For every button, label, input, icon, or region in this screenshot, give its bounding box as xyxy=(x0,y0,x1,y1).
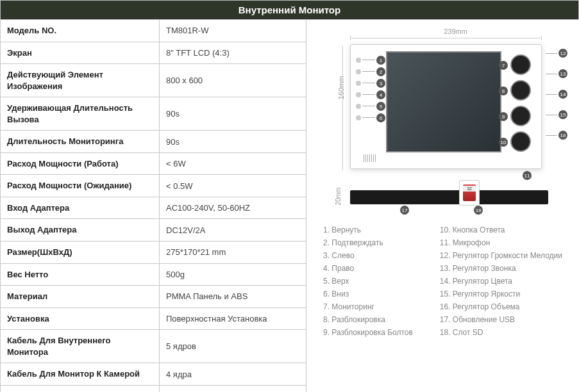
callout-3: 3 xyxy=(376,79,385,88)
nav-button: 3 xyxy=(356,81,361,86)
speaker-grille xyxy=(364,154,376,162)
spec-label: Действующий Элемент Изображения xyxy=(1,64,160,97)
spec-row: Кабель Для Внутреннего Монитора5 ядров xyxy=(1,330,306,363)
action-button: 9 xyxy=(510,106,531,126)
spec-value: Макс 32GB SD Карта xyxy=(160,386,306,392)
legend-col-2: 10. Кнопка Ответа11. Микрофон12. Регулят… xyxy=(440,224,562,339)
spec-value: AC100-240V, 50-60HZ xyxy=(160,197,306,219)
specs-table: Модель NO.TM801R-WЭкран8" TFT LCD (4:3)Д… xyxy=(0,20,306,392)
legend-item: 4. Право xyxy=(323,262,421,275)
sd-card-inner xyxy=(463,184,476,201)
bottom-bar xyxy=(350,190,548,204)
spec-label: Поддержает SD Карту xyxy=(1,386,160,392)
spec-label: Модель NO. xyxy=(1,20,160,42)
legend-item: 16. Регулятор Объема xyxy=(440,300,562,313)
side-control: 13 xyxy=(546,69,567,78)
legend-item: 13. Регулятор Звонка xyxy=(440,262,562,275)
dimension-depth: 20mm xyxy=(335,188,342,206)
legend-item: 11. Микрофон xyxy=(440,236,562,249)
nav-button: 1 xyxy=(356,58,361,63)
legend-item: 5. Верх xyxy=(323,275,421,288)
spec-value: < 6W xyxy=(160,153,306,175)
spec-row: Модель NO.TM801R-W xyxy=(1,20,306,42)
spec-value: PMMA Панель и ABS xyxy=(160,286,306,307)
spec-label: Материал xyxy=(1,286,160,307)
spec-row: Расход Мощности (Работа)< 6W xyxy=(1,153,306,176)
spec-row: Расход Мощности (Ожидание)< 0.5W xyxy=(1,175,306,197)
callout-9: 9 xyxy=(499,112,508,121)
spec-value: 5 ядров xyxy=(160,330,306,363)
spec-label: Вес Нетто xyxy=(1,264,160,286)
callout-11: 11 xyxy=(523,171,532,180)
spec-value: < 0.5W xyxy=(160,175,306,197)
callout-17: 17 xyxy=(400,206,409,215)
spec-label: Экран xyxy=(1,42,160,64)
legend-item: 12. Регулятор Громкости Мелодии xyxy=(440,249,562,262)
legend-col-1: 1. Вернуть2. Подтверждать3. Слево4. Прав… xyxy=(323,224,421,339)
spec-label: Длительность Мониторинга xyxy=(1,131,160,152)
spec-row: Вес Нетто500g xyxy=(1,264,306,286)
legend: 1. Вернуть2. Подтверждать3. Слево4. Прав… xyxy=(312,218,574,344)
spec-value: 4 ядра xyxy=(160,363,306,385)
side-control: 16 xyxy=(546,131,567,140)
legend-item: 18. Слот SD xyxy=(440,326,562,339)
legend-item: 17. Обновление USB xyxy=(440,313,562,326)
nav-button: 5 xyxy=(356,104,361,109)
diagram-panel: 239mm 160mm 1 2 3 4 5 6 7 8 9 10 11 12 1… xyxy=(306,20,579,392)
left-buttons: 1 2 3 4 5 6 xyxy=(356,58,382,127)
spec-row: УстановкаПоверхностная Установка xyxy=(1,308,306,331)
spec-value: Поверхностная Установка xyxy=(160,308,306,330)
nav-button: 2 xyxy=(356,69,361,74)
dim-line-vertical xyxy=(342,45,343,170)
legend-item: 9. Разблокировка Болтов xyxy=(323,326,421,339)
dimension-width: 239mm xyxy=(369,28,542,35)
legend-item: 15. Регулятор Яркости xyxy=(440,288,562,300)
spec-label: Удерживающая Длительность Вызова xyxy=(1,97,160,130)
spec-row: Вход АдаптераAC100-240V, 50-60HZ xyxy=(1,197,306,220)
spec-value: 500g xyxy=(160,264,306,286)
device-front: 1 2 3 4 5 6 7 8 9 10 11 xyxy=(350,44,542,169)
legend-item: 7. Мониторинг xyxy=(323,300,421,313)
callout-1: 1 xyxy=(376,56,385,65)
spec-label: Установка xyxy=(1,308,160,330)
legend-item: 3. Слево xyxy=(323,249,421,262)
callout-5: 5 xyxy=(376,102,385,111)
spec-row: МатериалPMMA Панель и ABS xyxy=(1,286,306,308)
side-controls: 12 13 14 15 16 xyxy=(546,49,567,151)
callout-4: 4 xyxy=(376,90,385,99)
callout-18: 18 xyxy=(474,206,483,215)
dimension-height: 160mm xyxy=(337,76,345,100)
nav-button: 6 xyxy=(356,115,361,120)
callout-12: 12 xyxy=(558,49,567,58)
legend-item: 1. Вернуть xyxy=(323,224,421,236)
callout-7: 7 xyxy=(499,61,508,70)
spec-value: DC12V/2A xyxy=(160,219,306,241)
device-bottom-view: 20mm 17 18 xyxy=(342,185,555,211)
device-diagram: 239mm 160mm 1 2 3 4 5 6 7 8 9 10 11 12 1… xyxy=(312,26,574,218)
spec-value: 90s xyxy=(160,97,306,130)
legend-item: 8. Разблокировка xyxy=(323,313,421,326)
spec-value: 275*170*21 mm xyxy=(160,241,306,263)
device-screen xyxy=(386,51,501,152)
spec-row: Выход АдаптераDC12V/2A xyxy=(1,219,306,241)
action-button: 10 xyxy=(510,131,531,152)
side-control: 15 xyxy=(546,110,567,119)
legend-item: 14. Регулятор Цвета xyxy=(440,275,562,288)
spec-label: Расход Мощности (Работа) xyxy=(1,153,160,175)
spec-label: Размер(ШхВхД) xyxy=(1,241,160,263)
main-container: Модель NO.TM801R-WЭкран8" TFT LCD (4:3)Д… xyxy=(0,20,579,392)
spec-row: Кабель Для Монитор К Камерой4 ядра xyxy=(1,363,306,386)
spec-row: Поддержает SD КартуМакс 32GB SD Карта xyxy=(1,386,306,392)
side-control: 12 xyxy=(546,49,567,58)
nav-button: 4 xyxy=(356,92,361,97)
spec-row: Удерживающая Длительность Вызова90s xyxy=(1,97,306,131)
spec-label: Кабель Для Внутреннего Монитора xyxy=(1,330,160,363)
spec-label: Выход Адаптера xyxy=(1,219,160,241)
callout-2: 2 xyxy=(376,67,385,76)
callout-14: 14 xyxy=(558,90,567,99)
callout-15: 15 xyxy=(558,110,567,119)
action-button: 8 xyxy=(510,80,531,101)
spec-value: 90s xyxy=(160,131,306,152)
callout-13: 13 xyxy=(558,69,567,78)
sd-card xyxy=(459,180,480,206)
